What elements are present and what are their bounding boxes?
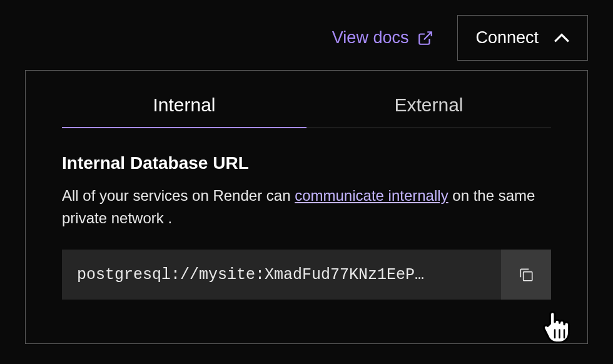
chevron-up-icon [554, 33, 570, 43]
view-docs-link[interactable]: View docs [332, 28, 434, 48]
url-row: postgresql://mysite:XmadFud77KNz1EeP… [62, 250, 551, 300]
tabs: Internal External [62, 94, 551, 128]
external-link-icon [417, 30, 433, 46]
connect-label: Connect [475, 28, 539, 48]
connect-panel: Internal External Internal Database URL … [25, 70, 588, 344]
view-docs-label: View docs [332, 28, 409, 48]
section-description: All of your services on Render can commu… [62, 185, 551, 230]
tab-external[interactable]: External [306, 94, 551, 128]
section-title: Internal Database URL [62, 153, 551, 173]
desc-before: All of your services on Render can [62, 187, 295, 204]
copy-button[interactable] [501, 250, 551, 300]
svg-line-0 [424, 32, 432, 39]
svg-rect-1 [524, 272, 532, 281]
copy-icon [518, 266, 534, 283]
database-url-field[interactable]: postgresql://mysite:XmadFud77KNz1EeP… [62, 250, 501, 300]
connect-button[interactable]: Connect [457, 15, 588, 61]
tab-internal[interactable]: Internal [62, 94, 306, 128]
communicate-internally-link[interactable]: communicate internally [295, 187, 448, 204]
